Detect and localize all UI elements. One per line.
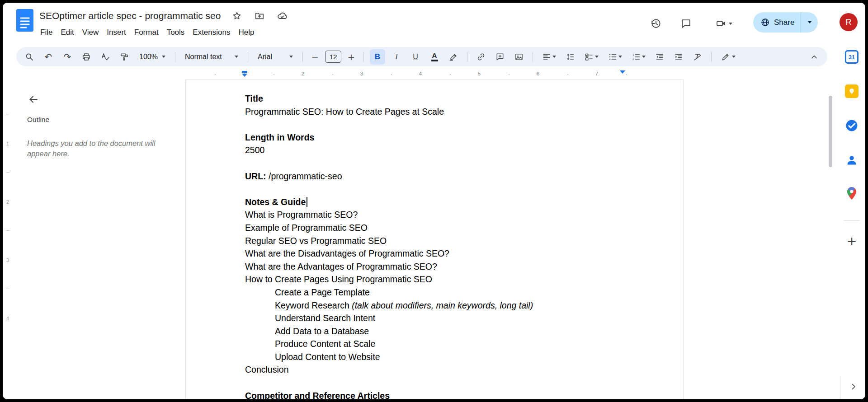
keep-icon[interactable] — [842, 81, 862, 101]
paragraph-style-value: Normal text — [185, 53, 222, 61]
chevron-down-icon — [595, 56, 599, 58]
clear-formatting-icon[interactable] — [690, 49, 705, 65]
numbered-list-select[interactable]: 12 — [628, 49, 648, 65]
comments-icon[interactable] — [677, 14, 695, 33]
underline-button[interactable]: U — [408, 49, 423, 65]
contacts-icon[interactable] — [842, 150, 862, 170]
zoom-value: 100% — [139, 53, 158, 61]
text-cursor — [307, 197, 307, 207]
document-page[interactable]: TitleProgrammatic SEO: How to Create Pag… — [185, 79, 684, 399]
toolbar-divider — [467, 52, 467, 62]
doc-line: Notes & Guide — [245, 196, 665, 209]
highlight-color-icon[interactable] — [446, 49, 461, 65]
doc-line: Competitor and Reference Articles — [245, 389, 665, 399]
redo-icon[interactable]: ↷ — [60, 49, 75, 65]
menu-extensions[interactable]: Extensions — [189, 27, 234, 38]
menu-insert[interactable]: Insert — [103, 27, 130, 38]
editing-mode-select[interactable] — [717, 49, 739, 65]
doc-line: URL: /programmatic-seo — [245, 170, 665, 183]
doc-line: What is Programmatic SEO? — [245, 208, 665, 221]
search-menus-icon[interactable] — [22, 49, 37, 65]
text-color-button[interactable]: A — [427, 49, 442, 65]
menu-file[interactable]: File — [36, 27, 57, 38]
font-family-value: Arial — [258, 53, 272, 61]
share-button-group: Share — [753, 12, 818, 33]
zoom-select[interactable]: 100% — [136, 50, 169, 64]
menu-edit[interactable]: Edit — [57, 27, 78, 38]
insert-link-icon[interactable] — [473, 49, 489, 65]
doc-line: Title — [245, 92, 665, 105]
menu-format[interactable]: Format — [130, 27, 163, 38]
docs-logo[interactable] — [16, 9, 33, 32]
toolbar-divider — [248, 52, 248, 62]
hide-menus-icon[interactable] — [807, 49, 822, 65]
video-call-caret-icon — [729, 23, 732, 25]
font-size-input[interactable]: 12 — [325, 51, 341, 63]
spellcheck-icon[interactable] — [98, 49, 113, 65]
bulleted-list-select[interactable] — [605, 49, 625, 65]
doc-line: Produce Content at Scale — [275, 337, 665, 351]
vertical-ruler: 1234 — [4, 79, 13, 399]
toolbar-divider — [302, 52, 303, 62]
horizontal-ruler: 1234567 — [3, 70, 835, 80]
doc-line: 2500 — [245, 144, 665, 157]
chevron-down-icon — [618, 56, 622, 58]
chevron-down-icon — [552, 56, 556, 58]
chevron-down-icon — [732, 56, 736, 58]
doc-line: Upload Content to Website — [275, 351, 665, 364]
doc-line: What are the Advantages of Programmatic … — [245, 260, 665, 273]
doc-line: Keyword Research (talk about modifiers, … — [275, 299, 665, 312]
vertical-scrollbar[interactable] — [829, 96, 832, 167]
menu-tools[interactable]: Tools — [163, 27, 189, 38]
outline-empty-message: Headings you add to the document will ap… — [27, 138, 168, 159]
doc-line: How to Create Pages Using Programmatic S… — [245, 273, 665, 286]
add-comment-icon[interactable] — [492, 49, 508, 65]
video-call-button[interactable] — [711, 14, 737, 33]
toolbar: ↶ ↷ 100% Normal text Arial − 12 + B I U … — [16, 47, 827, 66]
calendar-icon[interactable]: 31 — [842, 47, 862, 67]
increase-indent-icon[interactable] — [671, 49, 686, 65]
insert-image-icon[interactable] — [511, 49, 527, 65]
doc-line — [245, 182, 665, 196]
maps-icon[interactable] — [842, 183, 862, 203]
paint-format-icon[interactable] — [117, 49, 132, 65]
doc-line: Add Data to a Database — [275, 325, 665, 338]
decrease-font-size-button[interactable]: − — [309, 49, 321, 65]
menu-view[interactable]: View — [78, 27, 103, 38]
version-history-icon[interactable] — [647, 14, 665, 33]
svg-text:1: 1 — [632, 53, 634, 56]
globe-icon — [760, 18, 770, 27]
print-icon[interactable] — [79, 49, 94, 65]
left-indent-marker[interactable] — [242, 71, 247, 77]
document-title[interactable]: SEOptimer article spec - programmatic se… — [39, 10, 221, 21]
increase-font-size-button[interactable]: + — [345, 49, 358, 65]
line-spacing-icon[interactable] — [562, 49, 578, 65]
share-menu-caret[interactable] — [801, 12, 818, 33]
doc-line: What are the Disadvantages of Programmat… — [245, 247, 665, 260]
close-outline-icon[interactable] — [25, 91, 42, 108]
undo-icon[interactable]: ↶ — [41, 49, 56, 65]
show-side-panel-icon[interactable] — [845, 379, 862, 395]
decrease-indent-icon[interactable] — [652, 49, 667, 65]
menu-help[interactable]: Help — [234, 27, 258, 38]
toolbar-divider — [533, 52, 533, 62]
toolbar-divider — [711, 52, 712, 62]
move-folder-icon[interactable] — [253, 9, 266, 22]
document-content: TitleProgrammatic SEO: How to Create Pag… — [186, 80, 683, 399]
doc-line: Understand Search Intent — [275, 312, 665, 325]
font-family-select[interactable]: Arial — [254, 50, 297, 64]
svg-text:2: 2 — [632, 57, 634, 60]
get-add-ons-icon[interactable]: + — [842, 231, 862, 251]
star-icon[interactable] — [231, 9, 243, 22]
bold-button[interactable]: B — [370, 49, 385, 65]
cloud-status-icon[interactable] — [276, 9, 288, 22]
doc-line: Regular SEO vs Programmatic SEO — [245, 234, 665, 248]
italic-button[interactable]: I — [389, 49, 404, 65]
share-button[interactable]: Share — [753, 12, 801, 33]
paragraph-style-select[interactable]: Normal text — [181, 50, 242, 64]
outline-title: Outline — [27, 116, 49, 124]
tasks-icon[interactable] — [842, 116, 862, 136]
align-select[interactable] — [539, 49, 559, 65]
checklist-select[interactable] — [581, 49, 601, 65]
avatar[interactable]: R — [840, 13, 858, 31]
